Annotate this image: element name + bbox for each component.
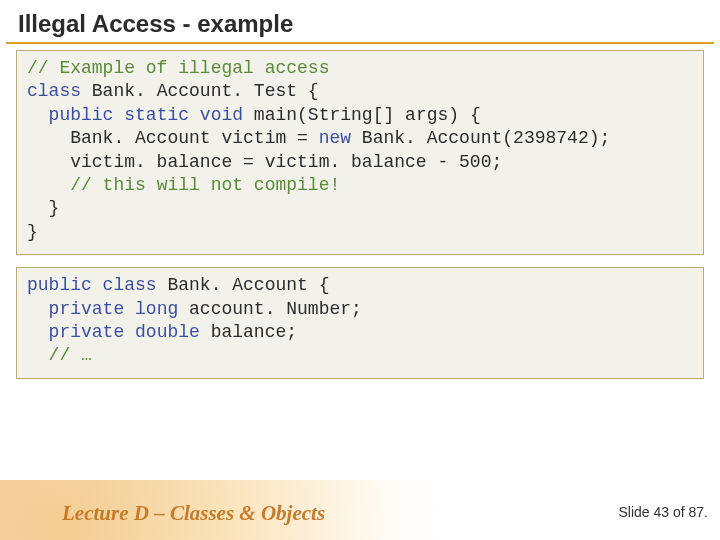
code-token: // Example of illegal access bbox=[27, 58, 329, 78]
code-token: Bank. Account victim = bbox=[27, 128, 319, 148]
slide-footer: Lecture D – Classes & Objects Slide 43 o… bbox=[0, 480, 720, 540]
code-token: account. Number; bbox=[178, 299, 362, 319]
code-token: } bbox=[27, 198, 59, 218]
code-token: private double bbox=[49, 322, 200, 342]
code-token: new bbox=[319, 128, 351, 148]
code-token: Bank. Account(2398742); bbox=[351, 128, 610, 148]
code-token: class bbox=[27, 81, 81, 101]
code-token: // … bbox=[49, 345, 92, 365]
slide-number: Slide 43 of 87. bbox=[618, 504, 708, 520]
code-token: // this will not compile! bbox=[70, 175, 340, 195]
code-listing-2: public class Bank. Account { private lon… bbox=[27, 274, 693, 368]
lecture-label: Lecture D – Classes & Objects bbox=[62, 501, 325, 526]
code-token bbox=[27, 322, 49, 342]
code-token: victim. balance = victim. balance - 500; bbox=[27, 152, 502, 172]
slide-root: Illegal Access - example // Example of i… bbox=[0, 0, 720, 540]
code-token: Bank. Account. Test { bbox=[81, 81, 319, 101]
code-box-1: // Example of illegal access class Bank.… bbox=[16, 50, 704, 255]
code-token: public class bbox=[27, 275, 157, 295]
code-token: } bbox=[27, 222, 38, 242]
code-token: balance; bbox=[200, 322, 297, 342]
title-underline bbox=[6, 42, 714, 44]
code-token bbox=[27, 345, 49, 365]
code-listing-1: // Example of illegal access class Bank.… bbox=[27, 57, 693, 244]
code-token: Bank. Account { bbox=[157, 275, 330, 295]
slide-title: Illegal Access - example bbox=[0, 0, 720, 42]
code-box-2: public class Bank. Account { private lon… bbox=[16, 267, 704, 379]
code-token: public static void bbox=[49, 105, 243, 125]
code-token bbox=[27, 105, 49, 125]
code-token bbox=[27, 175, 70, 195]
code-token: private long bbox=[49, 299, 179, 319]
code-token: main(String[] args) { bbox=[243, 105, 481, 125]
code-token bbox=[27, 299, 49, 319]
